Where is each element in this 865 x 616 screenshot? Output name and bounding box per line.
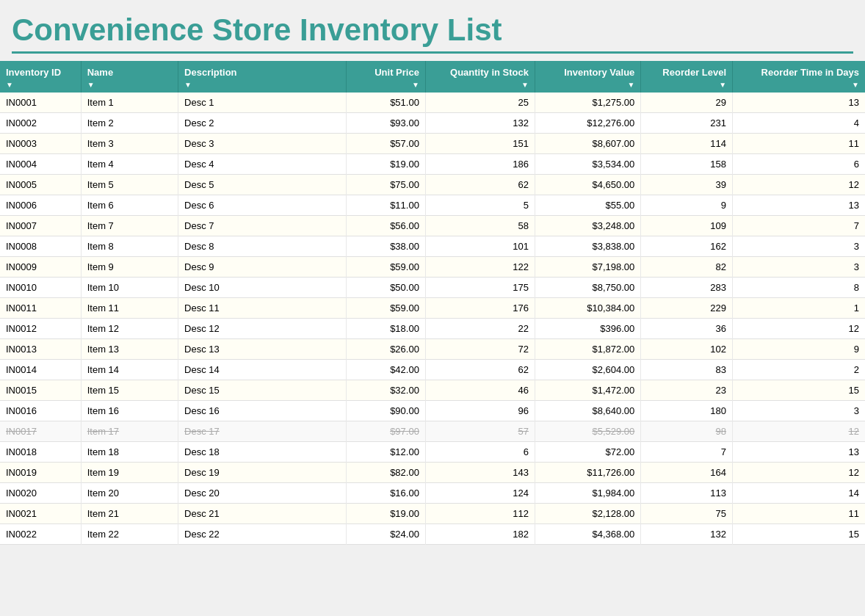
cell-name: Item 1 xyxy=(81,93,178,113)
table-wrapper: Inventory ID▼Name▼Description▼Unit Price… xyxy=(0,61,865,545)
cell-name: Item 7 xyxy=(81,216,178,236)
cell-desc: Desc 2 xyxy=(178,113,347,134)
cell-inv: $2,604.00 xyxy=(535,360,640,380)
cell-time: 7 xyxy=(733,216,865,236)
cell-time: 13 xyxy=(733,93,865,113)
cell-reorder: 7 xyxy=(641,442,733,463)
col-header-desc[interactable]: Description▼ xyxy=(178,61,347,93)
cell-name: Item 3 xyxy=(81,134,178,154)
cell-qty: 62 xyxy=(425,360,535,380)
cell-inv: $3,534.00 xyxy=(535,154,640,175)
cell-price: $19.00 xyxy=(346,504,425,524)
cell-qty: 62 xyxy=(425,175,535,195)
table-row: IN0013Item 13Desc 13$26.0072$1,872.00102… xyxy=(0,339,865,360)
cell-reorder: 164 xyxy=(641,463,733,483)
cell-qty: 132 xyxy=(425,113,535,134)
table-row: IN0014Item 14Desc 14$42.0062$2,604.00832 xyxy=(0,360,865,380)
cell-name: Item 16 xyxy=(81,401,178,421)
cell-price: $16.00 xyxy=(346,483,425,504)
cell-qty: 72 xyxy=(425,339,535,360)
table-row: IN0019Item 19Desc 19$82.00143$11,726.001… xyxy=(0,463,865,483)
cell-desc: Desc 21 xyxy=(178,504,347,524)
col-header-name[interactable]: Name▼ xyxy=(81,61,178,93)
cell-price: $82.00 xyxy=(346,463,425,483)
cell-reorder: 229 xyxy=(641,298,733,319)
cell-qty: 112 xyxy=(425,504,535,524)
cell-desc: Desc 17 xyxy=(178,421,347,442)
cell-desc: Desc 18 xyxy=(178,442,347,463)
cell-price: $42.00 xyxy=(346,360,425,380)
cell-reorder: 9 xyxy=(641,195,733,216)
cell-desc: Desc 22 xyxy=(178,524,347,545)
cell-id: IN0020 xyxy=(0,483,81,504)
cell-qty: 143 xyxy=(425,463,535,483)
col-header-reorder[interactable]: Reorder Level▼ xyxy=(641,61,733,93)
cell-id: IN0010 xyxy=(0,278,81,298)
col-header-time[interactable]: Reorder Time in Days▼ xyxy=(733,61,865,93)
cell-name: Item 12 xyxy=(81,319,178,339)
cell-desc: Desc 15 xyxy=(178,380,347,401)
cell-reorder: 109 xyxy=(641,216,733,236)
cell-reorder: 283 xyxy=(641,278,733,298)
cell-reorder: 29 xyxy=(641,93,733,113)
cell-reorder: 180 xyxy=(641,401,733,421)
cell-desc: Desc 6 xyxy=(178,195,347,216)
cell-inv: $55.00 xyxy=(535,195,640,216)
cell-id: IN0012 xyxy=(0,319,81,339)
cell-reorder: 102 xyxy=(641,339,733,360)
cell-price: $26.00 xyxy=(346,339,425,360)
cell-desc: Desc 1 xyxy=(178,93,347,113)
dropdown-arrow-price[interactable]: ▼ xyxy=(412,81,419,89)
cell-time: 4 xyxy=(733,113,865,134)
table-header-row: Inventory ID▼Name▼Description▼Unit Price… xyxy=(0,61,865,93)
cell-qty: 101 xyxy=(425,236,535,257)
col-header-id[interactable]: Inventory ID▼ xyxy=(0,61,81,93)
col-header-inv[interactable]: Inventory Value▼ xyxy=(535,61,640,93)
cell-desc: Desc 19 xyxy=(178,463,347,483)
dropdown-arrow-qty[interactable]: ▼ xyxy=(521,81,529,89)
cell-id: IN0007 xyxy=(0,216,81,236)
cell-desc: Desc 5 xyxy=(178,175,347,195)
cell-qty: 175 xyxy=(425,278,535,298)
title-underline xyxy=(12,51,853,54)
cell-inv: $8,750.00 xyxy=(535,278,640,298)
cell-price: $59.00 xyxy=(346,298,425,319)
cell-id: IN0002 xyxy=(0,113,81,134)
cell-name: Item 14 xyxy=(81,360,178,380)
cell-time: 8 xyxy=(733,278,865,298)
col-header-price[interactable]: Unit Price▼ xyxy=(346,61,425,93)
dropdown-arrow-inv[interactable]: ▼ xyxy=(627,81,634,89)
dropdown-arrow-desc[interactable]: ▼ xyxy=(184,81,192,89)
cell-inv: $11,726.00 xyxy=(535,463,640,483)
cell-id: IN0005 xyxy=(0,175,81,195)
table-row: IN0006Item 6Desc 6$11.005$55.00913 xyxy=(0,195,865,216)
cell-inv: $4,650.00 xyxy=(535,175,640,195)
cell-inv: $1,872.00 xyxy=(535,339,640,360)
cell-price: $90.00 xyxy=(346,401,425,421)
cell-id: IN0013 xyxy=(0,339,81,360)
cell-id: IN0006 xyxy=(0,195,81,216)
dropdown-arrow-time[interactable]: ▼ xyxy=(852,81,859,89)
cell-reorder: 132 xyxy=(641,524,733,545)
cell-price: $51.00 xyxy=(346,93,425,113)
cell-time: 3 xyxy=(733,236,865,257)
cell-name: Item 13 xyxy=(81,339,178,360)
cell-id: IN0003 xyxy=(0,134,81,154)
dropdown-arrow-name[interactable]: ▼ xyxy=(87,81,95,89)
cell-id: IN0021 xyxy=(0,504,81,524)
cell-name: Item 2 xyxy=(81,113,178,134)
dropdown-arrow-reorder[interactable]: ▼ xyxy=(719,81,726,89)
cell-name: Item 8 xyxy=(81,236,178,257)
cell-inv: $1,472.00 xyxy=(535,380,640,401)
cell-time: 15 xyxy=(733,380,865,401)
col-header-qty[interactable]: Quantity in Stock▼ xyxy=(425,61,535,93)
table-row: IN0012Item 12Desc 12$18.0022$396.003612 xyxy=(0,319,865,339)
cell-id: IN0001 xyxy=(0,93,81,113)
table-row: IN0020Item 20Desc 20$16.00124$1,984.0011… xyxy=(0,483,865,504)
dropdown-arrow-id[interactable]: ▼ xyxy=(6,81,13,89)
cell-price: $12.00 xyxy=(346,442,425,463)
cell-reorder: 98 xyxy=(641,421,733,442)
cell-time: 12 xyxy=(733,463,865,483)
cell-qty: 46 xyxy=(425,380,535,401)
cell-desc: Desc 12 xyxy=(178,319,347,339)
